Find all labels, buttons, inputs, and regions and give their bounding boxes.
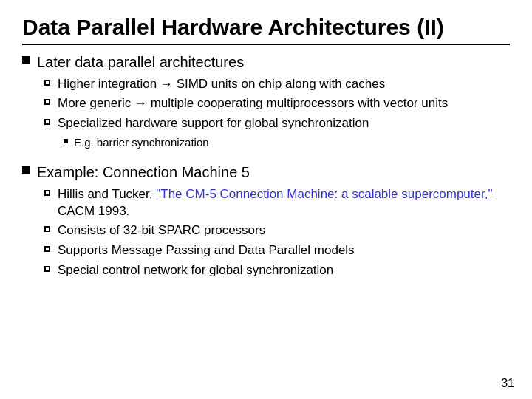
item-text: Special control network for global synch… <box>58 262 333 279</box>
section-later-header: Later data parallel architectures <box>22 52 510 72</box>
section-later: Later data parallel architectures Higher… <box>22 52 510 151</box>
sub-bullet-icon <box>44 80 50 86</box>
item-text: Specialized hardware support for global … <box>58 115 369 132</box>
list-item: More generic → multiple cooperating mult… <box>44 95 510 112</box>
sub-sub-item: E.g. barrier synchronization <box>64 135 510 150</box>
sub-bullet-icon <box>44 266 50 272</box>
section-example-items: Hillis and Tucker, "The CM-5 Connection … <box>44 186 510 280</box>
sub-sub-list: E.g. barrier synchronization <box>64 135 510 150</box>
sub-bullet-icon <box>44 99 50 105</box>
item-text: Consists of 32-bit SPARC processors <box>58 222 265 239</box>
sub-bullet-icon <box>44 119 50 125</box>
section-later-title: Later data parallel architectures <box>37 52 244 72</box>
slide-content: Later data parallel architectures Higher… <box>22 52 510 280</box>
item-text-prefix: Hillis and Tucker, <box>58 187 156 201</box>
sub-bullet-icon <box>44 226 50 232</box>
item-text: More generic → multiple cooperating mult… <box>58 95 448 112</box>
item-text-suffix: CACM 1993. <box>58 204 129 218</box>
list-item: Higher integration → SIMD units on chip … <box>44 76 510 93</box>
sub-sub-item-text: E.g. barrier synchronization <box>74 135 209 150</box>
bullet-icon <box>22 166 30 174</box>
item-link-text: "The CM-5 Connection Machine: a scalable… <box>156 187 492 201</box>
tiny-bullet-icon <box>64 139 68 143</box>
section-example-title: Example: Connection Machine 5 <box>37 163 250 182</box>
list-item: Consists of 32-bit SPARC processors <box>44 222 510 239</box>
list-item: Supports Message Passing and Data Parall… <box>44 242 510 259</box>
list-item: Special control network for global synch… <box>44 262 510 279</box>
slide: Data Parallel Hardware Architectures (II… <box>0 0 532 399</box>
slide-title: Data Parallel Hardware Architectures (II… <box>22 15 510 45</box>
item-text: Hillis and Tucker, "The CM-5 Connection … <box>58 186 510 220</box>
list-item: Specialized hardware support for global … <box>44 115 510 132</box>
item-text: Higher integration → SIMD units on chip … <box>58 76 385 93</box>
list-item: Hillis and Tucker, "The CM-5 Connection … <box>44 186 510 220</box>
item-text: Supports Message Passing and Data Parall… <box>58 242 355 259</box>
section-example-header: Example: Connection Machine 5 <box>22 163 510 182</box>
sub-bullet-icon <box>44 246 50 252</box>
sub-bullet-icon <box>44 190 50 196</box>
section-example: Example: Connection Machine 5 Hillis and… <box>22 163 510 280</box>
page-number: 31 <box>501 377 514 390</box>
bullet-icon <box>22 56 30 64</box>
section-later-items: Higher integration → SIMD units on chip … <box>44 76 510 151</box>
